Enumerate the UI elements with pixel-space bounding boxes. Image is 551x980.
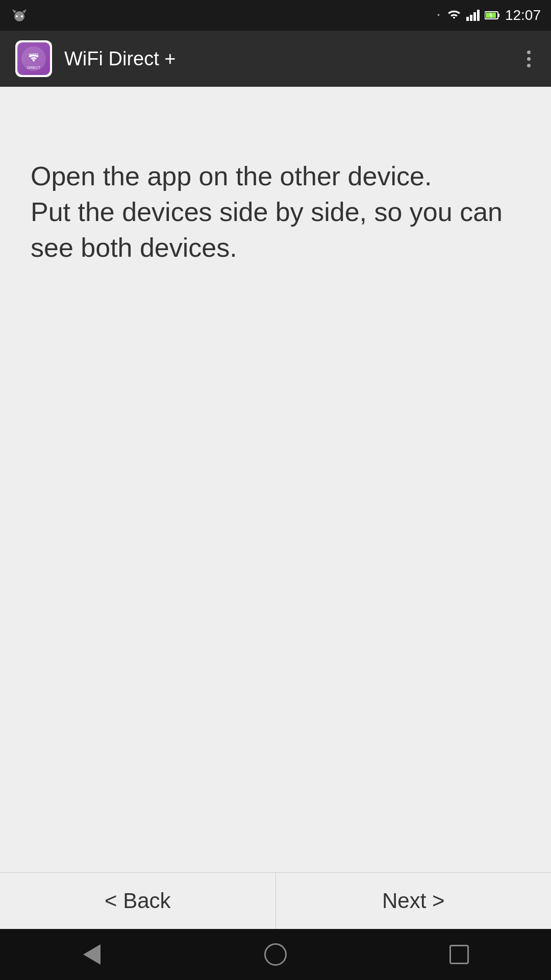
back-button-label: < Back <box>105 889 171 913</box>
svg-rect-7 <box>473 12 476 21</box>
svg-marker-2 <box>22 9 27 13</box>
bottom-nav-area: < Back Next > <box>0 872 551 929</box>
android-recents-button[interactable] <box>444 939 474 970</box>
instruction-text: Open the app on the other device. Put th… <box>31 158 520 266</box>
main-content: Open the app on the other device. Put th… <box>0 87 551 872</box>
svg-point-4 <box>21 15 23 17</box>
recents-square-icon <box>449 945 469 964</box>
svg-rect-10 <box>498 14 499 17</box>
status-bar: ⬞ 12:07 <box>0 0 551 31</box>
svg-rect-8 <box>477 10 480 21</box>
android-back-button[interactable] <box>77 939 107 970</box>
app-logo: WiFi DIRECT <box>15 40 52 77</box>
nav-buttons: < Back Next > <box>0 873 551 929</box>
svg-point-3 <box>16 15 18 17</box>
status-time: 12:07 <box>505 7 541 23</box>
app-title: WiFi Direct + <box>64 48 522 70</box>
back-triangle-icon <box>83 944 101 965</box>
bluetooth-icon: ⬞ <box>435 9 442 22</box>
svg-rect-6 <box>470 15 472 21</box>
status-bar-left <box>10 6 29 24</box>
instruction-line1: Open the app on the other device. <box>31 161 432 191</box>
battery-icon <box>485 11 500 20</box>
next-button[interactable]: Next > <box>276 873 552 929</box>
home-circle-icon <box>264 943 287 966</box>
android-home-button[interactable] <box>260 939 291 970</box>
wifi-icon <box>447 10 461 21</box>
next-button-label: Next > <box>382 889 445 913</box>
svg-rect-5 <box>466 17 469 21</box>
app-bar: WiFi DIRECT WiFi Direct + <box>0 31 551 87</box>
svg-text:DIRECT: DIRECT <box>27 66 41 69</box>
android-nav-bar <box>0 929 551 980</box>
svg-marker-1 <box>12 9 16 13</box>
signal-icon <box>466 10 480 21</box>
status-bar-right: ⬞ 12:07 <box>435 7 541 23</box>
instruction-line2: Put the devices side by side, so you can… <box>31 197 503 262</box>
more-vert-icon[interactable] <box>522 45 536 72</box>
back-button[interactable]: < Back <box>0 873 276 929</box>
cat-icon <box>10 6 29 24</box>
